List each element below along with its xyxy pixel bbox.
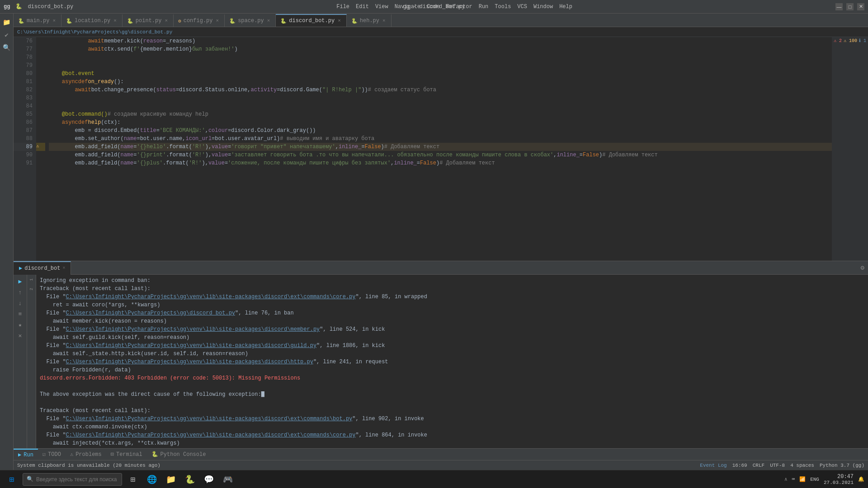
- tab-todo[interactable]: ☑ TODO: [38, 449, 66, 460]
- activity-project-icon[interactable]: 📁: [1, 16, 13, 28]
- tab-space-py[interactable]: 🐍 space.py ×: [225, 14, 276, 27]
- run-line-13: discord.errors.Forbidden: 403 Forbidden …: [40, 374, 864, 382]
- warning-count: ⚠ 100: [844, 38, 857, 43]
- tab-label-location: location.py: [75, 18, 110, 24]
- run-line-18: File "C:\Users\Infinight\PycharaProjects…: [40, 415, 864, 423]
- activity-find-icon[interactable]: 🔍: [1, 42, 13, 53]
- taskbar-chevron[interactable]: ∧: [784, 476, 788, 482]
- line-num-85: 85: [14, 110, 33, 118]
- event-log-link[interactable]: Event Log: [700, 463, 726, 468]
- app5-icon[interactable]: 🎮: [220, 471, 236, 488]
- tab-close-location[interactable]: ×: [113, 18, 118, 24]
- run-link-20[interactable]: C:\Users\Infinight\PycharaProjects\gg\ve…: [66, 431, 356, 439]
- tab-heh-py[interactable]: 🐍 heh.py ×: [347, 14, 392, 27]
- taskbar-right: ∧ ⌨ 📶 ENG 20:47 27.03.2021 🔔: [784, 474, 864, 485]
- tab-config-py[interactable]: ⚙ config.py ×: [174, 14, 225, 27]
- run-panel: ▶ discord_bot × ⚙ ▶ ↑ ↓ ≡ ★ ✕: [14, 261, 868, 448]
- settings-icon[interactable]: ⚙: [861, 264, 864, 272]
- search-input[interactable]: [36, 476, 118, 483]
- run-link-11[interactable]: C:\Users\Infinight\PycharaProjects\gg\ve…: [66, 358, 313, 366]
- bookmark-button[interactable]: ★: [15, 320, 25, 330]
- menu-view[interactable]: View: [375, 4, 388, 10]
- indent-indicator[interactable]: 4 spaces: [790, 463, 814, 468]
- code-line-88: emb.set_author(name=bot.user.name, icon_…: [49, 135, 832, 143]
- code-line-81: async def on_ready():: [49, 78, 832, 86]
- python-version[interactable]: Python 3.7 (gg): [820, 463, 864, 468]
- run-link-5[interactable]: C:\Users\Infinight\PycharaProjects\gg\di…: [66, 309, 235, 317]
- tab-close-space[interactable]: ×: [266, 18, 271, 24]
- scroll-down-button[interactable]: ↓: [15, 298, 25, 308]
- menu-edit[interactable]: Edit: [356, 4, 369, 10]
- gutter-91: [36, 159, 45, 167]
- minimize-button[interactable]: —: [835, 3, 843, 10]
- tab-close-heh[interactable]: ×: [382, 18, 387, 24]
- tab-label-main: main.py: [27, 18, 49, 24]
- line-col-indicator[interactable]: 16:69: [732, 463, 747, 468]
- code-lines[interactable]: await member.kick(reason=_reasons) await…: [45, 37, 832, 261]
- notification-text[interactable]: System clipboard is unavailable (20 minu…: [17, 463, 160, 468]
- run-tab-label: discord_bot: [24, 265, 60, 272]
- encoding-indicator[interactable]: UTF-8: [770, 463, 785, 468]
- discord-icon[interactable]: 💬: [201, 471, 217, 488]
- scroll-up-button[interactable]: ↑: [15, 287, 25, 297]
- tab-close-discord-bot[interactable]: ×: [337, 18, 342, 24]
- stop-button[interactable]: ✕: [15, 331, 25, 341]
- gutter-82: [36, 86, 45, 94]
- explorer-icon[interactable]: 📁: [163, 471, 179, 488]
- tab-close-config[interactable]: ×: [215, 18, 220, 24]
- run-line-prefix-18: File ": [40, 415, 66, 423]
- run-link-18[interactable]: C:\Users\Infinight\PycharaProjects\gg\ve…: [66, 415, 353, 423]
- line-numbers: 76 77 78 79 80 81 82 83 84 85 86 87 88 8…: [14, 37, 36, 261]
- run-link-3[interactable]: C:\Users\Infinight\PycharaProjects\gg\ve…: [66, 293, 356, 301]
- close-button[interactable]: ✕: [857, 3, 864, 10]
- tab-location-py[interactable]: 🐍 location.py ×: [61, 14, 123, 27]
- search-taskbar[interactable]: 🔍: [23, 473, 122, 486]
- tab-python-console[interactable]: 🐍 Python Console: [147, 449, 211, 460]
- tab-icon-main: 🐍: [18, 18, 24, 24]
- titlebar: gg 🐍 discord_bot.py File Edit View Navig…: [0, 0, 868, 14]
- code-line-91: emb.add_field(name='{}plus'.format('R!')…: [49, 159, 832, 167]
- tab-main-py[interactable]: 🐍 main.py ×: [14, 14, 61, 27]
- menu-help[interactable]: Help: [559, 4, 572, 10]
- notification-bell-icon[interactable]: 🔔: [858, 476, 864, 482]
- tab-discord-bot-py[interactable]: 🐍 discord_bot.py ×: [276, 14, 346, 27]
- menu-vcs[interactable]: VCS: [517, 4, 527, 10]
- breadcrumb-link[interactable]: C:\Users\Infinight\PycharaProjects\gg\di…: [17, 29, 172, 35]
- run-output[interactable]: Ignoring exception in command ban: Trace…: [36, 275, 868, 448]
- pycharm-icon[interactable]: 🐍: [182, 471, 198, 488]
- tab-problems[interactable]: ⚠ Problems: [66, 449, 106, 460]
- menu-tools[interactable]: Tools: [495, 4, 511, 10]
- run-tab-text: Run: [24, 452, 33, 458]
- lang-indicator[interactable]: ENG: [810, 477, 819, 482]
- gutter-78: [36, 53, 45, 61]
- activity-commit-icon[interactable]: ✔: [1, 29, 13, 41]
- todo-icon: ☑: [42, 451, 46, 458]
- filter-button[interactable]: ≡: [15, 309, 25, 319]
- tab-close-point[interactable]: ×: [164, 18, 169, 24]
- run-button[interactable]: ▶: [15, 277, 25, 286]
- tab-point-py[interactable]: 🐍 point.py ×: [123, 14, 174, 27]
- run-tab-close[interactable]: ×: [62, 266, 65, 271]
- run-link-7[interactable]: C:\Users\Infinight\PycharaProjects\gg\ve…: [66, 325, 320, 333]
- run-line-prefix-3: File ": [40, 293, 66, 301]
- line-num-89: 89: [14, 143, 33, 151]
- menu-file[interactable]: File: [336, 4, 349, 10]
- run-line-6: await member.kick(reason = reasons): [40, 317, 864, 325]
- crlf-indicator[interactable]: CRLF: [753, 463, 764, 468]
- tab-terminal[interactable]: ⊡ Terminal: [106, 449, 147, 460]
- line-num-76: 76: [14, 37, 33, 45]
- right-gutter: ⚠ 2 ⚠ 100 ℹ 1: [832, 37, 868, 261]
- task-view-icon[interactable]: ⊞: [125, 471, 141, 488]
- run-link-9[interactable]: C:\Users\Infinight\PycharaProjects\gg\ve…: [66, 342, 317, 350]
- edge-icon[interactable]: 🌐: [144, 471, 160, 488]
- tab-close-main[interactable]: ×: [52, 18, 57, 24]
- tab-run[interactable]: ▶ Run: [14, 449, 38, 460]
- run-line-5: File "C:\Users\Infinight\PycharaProjects…: [40, 309, 864, 317]
- maximize-button[interactable]: □: [846, 3, 854, 10]
- menu-run[interactable]: Run: [479, 4, 489, 10]
- tab-label-heh: heh.py: [360, 18, 379, 24]
- start-button[interactable]: ⊞: [4, 471, 20, 488]
- menu-window[interactable]: Window: [533, 4, 553, 10]
- line-num-83: 83: [14, 94, 33, 102]
- run-tab-discord-bot[interactable]: ▶ discord_bot ×: [14, 261, 71, 275]
